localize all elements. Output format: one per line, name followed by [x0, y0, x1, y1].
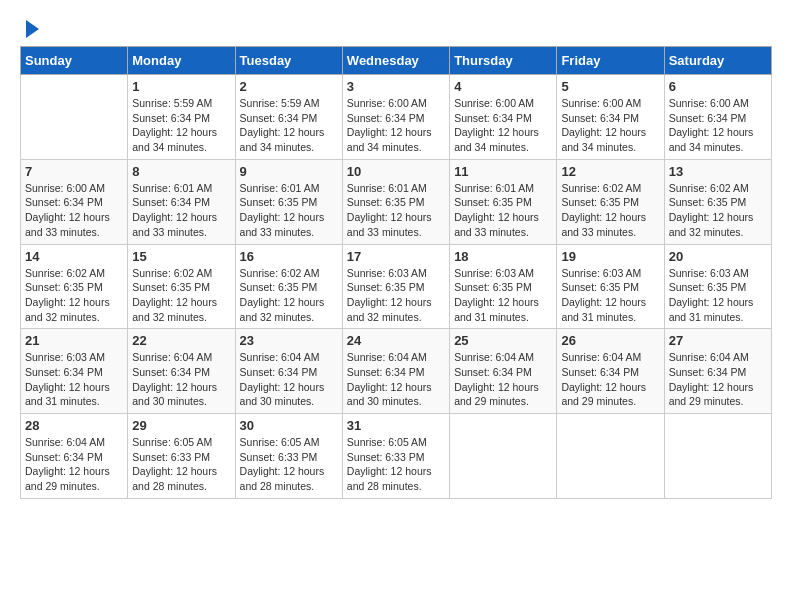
- calendar-cell: 19Sunrise: 6:03 AM Sunset: 6:35 PM Dayli…: [557, 244, 664, 329]
- day-number: 7: [25, 164, 123, 179]
- calendar-cell: 26Sunrise: 6:04 AM Sunset: 6:34 PM Dayli…: [557, 329, 664, 414]
- day-number: 26: [561, 333, 659, 348]
- calendar-cell: 29Sunrise: 6:05 AM Sunset: 6:33 PM Dayli…: [128, 414, 235, 499]
- logo-arrow-icon: [21, 20, 39, 38]
- day-info: Sunrise: 6:02 AM Sunset: 6:35 PM Dayligh…: [669, 181, 767, 240]
- calendar-cell: [664, 414, 771, 499]
- day-info: Sunrise: 6:04 AM Sunset: 6:34 PM Dayligh…: [132, 350, 230, 409]
- day-info: Sunrise: 6:00 AM Sunset: 6:34 PM Dayligh…: [561, 96, 659, 155]
- calendar-cell: 3Sunrise: 6:00 AM Sunset: 6:34 PM Daylig…: [342, 75, 449, 160]
- day-number: 4: [454, 79, 552, 94]
- weekday-header: Sunday: [21, 47, 128, 75]
- calendar-cell: 17Sunrise: 6:03 AM Sunset: 6:35 PM Dayli…: [342, 244, 449, 329]
- day-number: 24: [347, 333, 445, 348]
- calendar-cell: 21Sunrise: 6:03 AM Sunset: 6:34 PM Dayli…: [21, 329, 128, 414]
- day-number: 9: [240, 164, 338, 179]
- calendar-cell: [557, 414, 664, 499]
- calendar-cell: 27Sunrise: 6:04 AM Sunset: 6:34 PM Dayli…: [664, 329, 771, 414]
- day-number: 16: [240, 249, 338, 264]
- calendar-cell: 30Sunrise: 6:05 AM Sunset: 6:33 PM Dayli…: [235, 414, 342, 499]
- day-number: 11: [454, 164, 552, 179]
- calendar-cell: 11Sunrise: 6:01 AM Sunset: 6:35 PM Dayli…: [450, 159, 557, 244]
- day-number: 19: [561, 249, 659, 264]
- day-number: 3: [347, 79, 445, 94]
- calendar-cell: 7Sunrise: 6:00 AM Sunset: 6:34 PM Daylig…: [21, 159, 128, 244]
- calendar-cell: [21, 75, 128, 160]
- day-info: Sunrise: 6:04 AM Sunset: 6:34 PM Dayligh…: [347, 350, 445, 409]
- calendar-cell: 4Sunrise: 6:00 AM Sunset: 6:34 PM Daylig…: [450, 75, 557, 160]
- page-header: [20, 20, 772, 36]
- day-info: Sunrise: 6:02 AM Sunset: 6:35 PM Dayligh…: [132, 266, 230, 325]
- calendar-cell: 24Sunrise: 6:04 AM Sunset: 6:34 PM Dayli…: [342, 329, 449, 414]
- day-info: Sunrise: 6:05 AM Sunset: 6:33 PM Dayligh…: [347, 435, 445, 494]
- calendar-cell: 16Sunrise: 6:02 AM Sunset: 6:35 PM Dayli…: [235, 244, 342, 329]
- day-info: Sunrise: 6:02 AM Sunset: 6:35 PM Dayligh…: [561, 181, 659, 240]
- day-info: Sunrise: 6:05 AM Sunset: 6:33 PM Dayligh…: [132, 435, 230, 494]
- calendar-cell: 15Sunrise: 6:02 AM Sunset: 6:35 PM Dayli…: [128, 244, 235, 329]
- calendar-week-row: 21Sunrise: 6:03 AM Sunset: 6:34 PM Dayli…: [21, 329, 772, 414]
- day-info: Sunrise: 6:03 AM Sunset: 6:35 PM Dayligh…: [561, 266, 659, 325]
- day-number: 8: [132, 164, 230, 179]
- calendar-cell: [450, 414, 557, 499]
- day-number: 28: [25, 418, 123, 433]
- day-info: Sunrise: 6:00 AM Sunset: 6:34 PM Dayligh…: [669, 96, 767, 155]
- calendar-cell: 28Sunrise: 6:04 AM Sunset: 6:34 PM Dayli…: [21, 414, 128, 499]
- weekday-header: Friday: [557, 47, 664, 75]
- day-info: Sunrise: 6:01 AM Sunset: 6:35 PM Dayligh…: [454, 181, 552, 240]
- calendar-header-row: SundayMondayTuesdayWednesdayThursdayFrid…: [21, 47, 772, 75]
- day-info: Sunrise: 5:59 AM Sunset: 6:34 PM Dayligh…: [240, 96, 338, 155]
- day-number: 1: [132, 79, 230, 94]
- day-info: Sunrise: 6:03 AM Sunset: 6:35 PM Dayligh…: [454, 266, 552, 325]
- day-number: 31: [347, 418, 445, 433]
- calendar-cell: 25Sunrise: 6:04 AM Sunset: 6:34 PM Dayli…: [450, 329, 557, 414]
- calendar-cell: 8Sunrise: 6:01 AM Sunset: 6:34 PM Daylig…: [128, 159, 235, 244]
- day-number: 13: [669, 164, 767, 179]
- day-number: 5: [561, 79, 659, 94]
- day-info: Sunrise: 6:04 AM Sunset: 6:34 PM Dayligh…: [240, 350, 338, 409]
- day-number: 18: [454, 249, 552, 264]
- calendar-cell: 2Sunrise: 5:59 AM Sunset: 6:34 PM Daylig…: [235, 75, 342, 160]
- calendar-week-row: 28Sunrise: 6:04 AM Sunset: 6:34 PM Dayli…: [21, 414, 772, 499]
- day-number: 15: [132, 249, 230, 264]
- day-number: 20: [669, 249, 767, 264]
- calendar-cell: 6Sunrise: 6:00 AM Sunset: 6:34 PM Daylig…: [664, 75, 771, 160]
- day-number: 14: [25, 249, 123, 264]
- calendar-cell: 13Sunrise: 6:02 AM Sunset: 6:35 PM Dayli…: [664, 159, 771, 244]
- day-number: 17: [347, 249, 445, 264]
- calendar-cell: 20Sunrise: 6:03 AM Sunset: 6:35 PM Dayli…: [664, 244, 771, 329]
- day-info: Sunrise: 5:59 AM Sunset: 6:34 PM Dayligh…: [132, 96, 230, 155]
- day-number: 2: [240, 79, 338, 94]
- day-number: 21: [25, 333, 123, 348]
- day-info: Sunrise: 6:04 AM Sunset: 6:34 PM Dayligh…: [561, 350, 659, 409]
- day-info: Sunrise: 6:01 AM Sunset: 6:35 PM Dayligh…: [240, 181, 338, 240]
- calendar-cell: 31Sunrise: 6:05 AM Sunset: 6:33 PM Dayli…: [342, 414, 449, 499]
- day-number: 23: [240, 333, 338, 348]
- weekday-header: Thursday: [450, 47, 557, 75]
- calendar-table: SundayMondayTuesdayWednesdayThursdayFrid…: [20, 46, 772, 499]
- day-info: Sunrise: 6:02 AM Sunset: 6:35 PM Dayligh…: [240, 266, 338, 325]
- day-info: Sunrise: 6:01 AM Sunset: 6:34 PM Dayligh…: [132, 181, 230, 240]
- day-info: Sunrise: 6:03 AM Sunset: 6:35 PM Dayligh…: [347, 266, 445, 325]
- day-number: 22: [132, 333, 230, 348]
- calendar-cell: 18Sunrise: 6:03 AM Sunset: 6:35 PM Dayli…: [450, 244, 557, 329]
- day-number: 29: [132, 418, 230, 433]
- calendar-cell: 10Sunrise: 6:01 AM Sunset: 6:35 PM Dayli…: [342, 159, 449, 244]
- day-info: Sunrise: 6:05 AM Sunset: 6:33 PM Dayligh…: [240, 435, 338, 494]
- day-info: Sunrise: 6:03 AM Sunset: 6:34 PM Dayligh…: [25, 350, 123, 409]
- day-info: Sunrise: 6:04 AM Sunset: 6:34 PM Dayligh…: [669, 350, 767, 409]
- day-info: Sunrise: 6:02 AM Sunset: 6:35 PM Dayligh…: [25, 266, 123, 325]
- day-number: 25: [454, 333, 552, 348]
- calendar-cell: 23Sunrise: 6:04 AM Sunset: 6:34 PM Dayli…: [235, 329, 342, 414]
- day-info: Sunrise: 6:04 AM Sunset: 6:34 PM Dayligh…: [25, 435, 123, 494]
- day-number: 10: [347, 164, 445, 179]
- weekday-header: Monday: [128, 47, 235, 75]
- calendar-cell: 5Sunrise: 6:00 AM Sunset: 6:34 PM Daylig…: [557, 75, 664, 160]
- calendar-week-row: 1Sunrise: 5:59 AM Sunset: 6:34 PM Daylig…: [21, 75, 772, 160]
- day-info: Sunrise: 6:00 AM Sunset: 6:34 PM Dayligh…: [454, 96, 552, 155]
- weekday-header: Wednesday: [342, 47, 449, 75]
- day-info: Sunrise: 6:03 AM Sunset: 6:35 PM Dayligh…: [669, 266, 767, 325]
- calendar-week-row: 14Sunrise: 6:02 AM Sunset: 6:35 PM Dayli…: [21, 244, 772, 329]
- calendar-cell: 1Sunrise: 5:59 AM Sunset: 6:34 PM Daylig…: [128, 75, 235, 160]
- calendar-cell: 14Sunrise: 6:02 AM Sunset: 6:35 PM Dayli…: [21, 244, 128, 329]
- day-info: Sunrise: 6:01 AM Sunset: 6:35 PM Dayligh…: [347, 181, 445, 240]
